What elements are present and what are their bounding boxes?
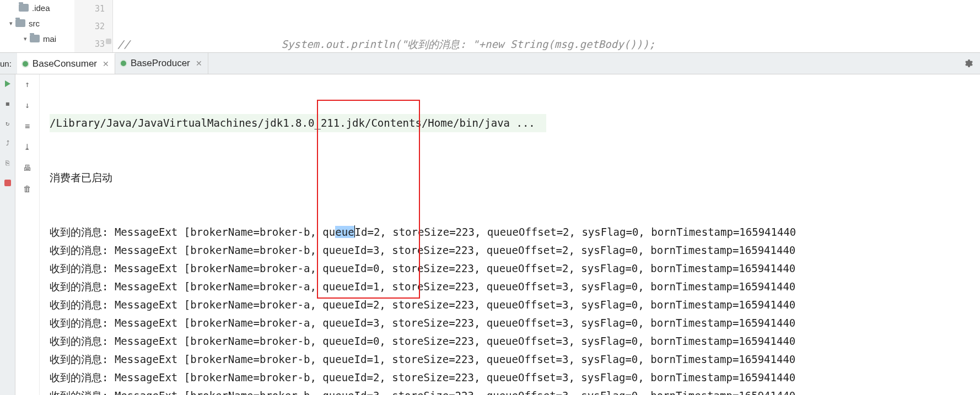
folder-icon xyxy=(19,4,29,12)
editor-gutter: 31 32 33 xyxy=(74,0,113,52)
code-editor[interactable]: 31 32 33 // System.out.println("收到的消息: "… xyxy=(74,0,980,52)
console-line: 收到的消息: MessageExt [brokerName=broker-b, … xyxy=(50,387,980,395)
console-command: /Library/Java/JavaVirtualMachines/jdk1.8… xyxy=(50,114,546,132)
console-line: 收到的消息: MessageExt [brokerName=broker-b, … xyxy=(50,332,980,350)
rerun-icon[interactable] xyxy=(3,79,13,89)
run-label: un: xyxy=(0,59,17,68)
tree-item[interactable]: .idea xyxy=(0,0,74,15)
stop2-icon[interactable] xyxy=(3,178,13,188)
up-icon[interactable]: ↑ xyxy=(22,79,33,90)
tree-label: mai xyxy=(43,34,56,44)
tree-item[interactable]: ▾mai xyxy=(0,31,74,46)
code-text: // System.out.println("收到的消息: "+new Stri… xyxy=(117,38,655,50)
console-line: 消费者已启动 xyxy=(50,169,980,187)
console-line: 收到的消息: MessageExt [brokerName=broker-b, … xyxy=(50,241,980,259)
scroll-end-icon[interactable]: ⤓ xyxy=(22,142,33,153)
status-dot-icon xyxy=(121,61,126,66)
tree-item[interactable]: ▾src xyxy=(0,15,74,31)
console-line: 收到的消息: MessageExt [brokerName=broker-b, … xyxy=(50,223,980,241)
run-toolbar-inner: ↑ ↓ ≡ ⤓ 🖶 🗑 xyxy=(15,74,40,395)
line-number: 31 xyxy=(74,0,105,18)
run-toolbar-outer: ◼ ↻ ⤴ ⎘ xyxy=(0,74,15,395)
folder-icon xyxy=(15,19,25,27)
down-icon[interactable]: ↓ xyxy=(22,100,33,111)
project-tree[interactable]: .idea▾src▾mai xyxy=(0,0,74,52)
chevron-down-icon[interactable]: ▾ xyxy=(7,20,15,27)
console-output[interactable]: /Library/Java/JavaVirtualMachines/jdk1.8… xyxy=(40,74,980,395)
folder-icon xyxy=(30,35,40,42)
console-line: 收到的消息: MessageExt [brokerName=broker-a, … xyxy=(50,296,980,314)
close-icon[interactable]: ✕ xyxy=(103,59,109,68)
code-area[interactable]: // System.out.println("收到的消息: "+new Stri… xyxy=(113,0,980,52)
tree-label: .idea xyxy=(32,3,50,13)
console-line: 收到的消息: MessageExt [brokerName=broker-a, … xyxy=(50,278,980,296)
chevron-down-icon[interactable]: ▾ xyxy=(21,35,30,42)
run-tool-header: un: BaseConsumer✕BaseProducer✕ xyxy=(0,52,980,74)
console-line: 收到的消息: MessageExt [brokerName=broker-b, … xyxy=(50,350,980,369)
gear-icon[interactable] xyxy=(963,58,973,68)
tree-label: src xyxy=(29,19,40,28)
trash-icon[interactable]: 🗑 xyxy=(22,183,33,194)
line-number: 33 xyxy=(74,35,105,53)
restart-icon[interactable]: ↻ xyxy=(3,118,13,128)
console-line: 收到的消息: MessageExt [brokerName=broker-a, … xyxy=(50,259,980,278)
line-number: 32 xyxy=(74,18,105,35)
print-icon[interactable]: 🖶 xyxy=(22,163,33,174)
softwrap-icon[interactable]: ≡ xyxy=(22,121,33,132)
close-icon[interactable]: ✕ xyxy=(196,59,202,68)
tab-label: BaseProducer xyxy=(131,58,190,69)
status-dot-icon xyxy=(23,61,28,67)
exit-icon[interactable]: ⤴ xyxy=(3,138,13,148)
run-tab-baseconsumer[interactable]: BaseConsumer✕ xyxy=(17,53,115,74)
tab-label: BaseConsumer xyxy=(33,58,97,69)
console-line: 收到的消息: MessageExt [brokerName=broker-a, … xyxy=(50,314,980,332)
stop-icon[interactable]: ◼ xyxy=(3,99,13,109)
gutter-marker-icon[interactable] xyxy=(106,39,111,44)
run-tab-baseproducer[interactable]: BaseProducer✕ xyxy=(115,53,208,74)
dump-icon[interactable]: ⎘ xyxy=(3,158,13,168)
console-line: 收到的消息: MessageExt [brokerName=broker-b, … xyxy=(50,369,980,387)
